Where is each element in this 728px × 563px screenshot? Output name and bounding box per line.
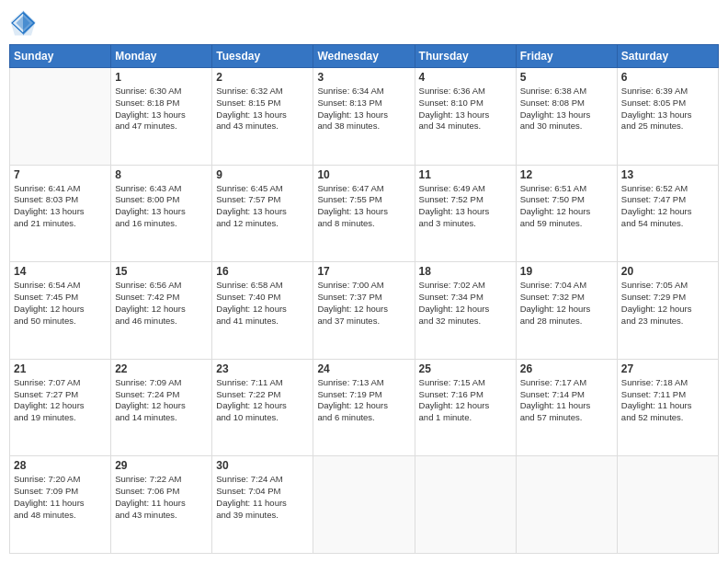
day-info: Sunrise: 6:49 AM Sunset: 7:52 PM Dayligh… [419, 183, 512, 230]
day-info: Sunrise: 7:02 AM Sunset: 7:34 PM Dayligh… [419, 280, 512, 327]
calendar-cell: 26Sunrise: 7:17 AM Sunset: 7:14 PM Dayli… [516, 359, 617, 456]
calendar-cell: 18Sunrise: 7:02 AM Sunset: 7:34 PM Dayli… [415, 262, 516, 360]
day-number: 26 [520, 362, 613, 375]
calendar-cell: 4Sunrise: 6:36 AM Sunset: 8:10 PM Daylig… [415, 68, 516, 166]
calendar-cell: 17Sunrise: 7:00 AM Sunset: 7:37 PM Dayli… [313, 262, 415, 360]
calendar-cell [313, 456, 415, 554]
week-row-1: 1Sunrise: 6:30 AM Sunset: 8:18 PM Daylig… [10, 68, 719, 166]
day-number: 24 [317, 362, 410, 375]
calendar-cell: 30Sunrise: 7:24 AM Sunset: 7:04 PM Dayli… [212, 456, 313, 554]
day-number: 3 [317, 71, 410, 84]
day-number: 23 [216, 362, 309, 375]
day-number: 13 [621, 168, 714, 181]
day-header-monday: Monday [111, 45, 212, 68]
day-header-saturday: Saturday [617, 45, 718, 68]
calendar-cell: 1Sunrise: 6:30 AM Sunset: 8:18 PM Daylig… [111, 68, 212, 166]
day-header-tuesday: Tuesday [212, 45, 313, 68]
calendar-cell: 12Sunrise: 6:51 AM Sunset: 7:50 PM Dayli… [516, 165, 617, 262]
calendar-cell: 20Sunrise: 7:05 AM Sunset: 7:29 PM Dayli… [617, 262, 718, 360]
day-info: Sunrise: 6:54 AM Sunset: 7:45 PM Dayligh… [14, 280, 107, 327]
day-info: Sunrise: 7:20 AM Sunset: 7:09 PM Dayligh… [14, 474, 107, 521]
calendar-cell: 11Sunrise: 6:49 AM Sunset: 7:52 PM Dayli… [415, 165, 516, 262]
day-info: Sunrise: 7:24 AM Sunset: 7:04 PM Dayligh… [216, 474, 309, 521]
calendar-cell: 3Sunrise: 6:34 AM Sunset: 8:13 PM Daylig… [313, 68, 415, 166]
day-info: Sunrise: 6:36 AM Sunset: 8:10 PM Dayligh… [419, 86, 512, 132]
calendar-cell: 25Sunrise: 7:15 AM Sunset: 7:16 PM Dayli… [415, 359, 516, 456]
day-number: 17 [317, 265, 410, 278]
day-header-wednesday: Wednesday [313, 45, 415, 68]
day-info: Sunrise: 7:18 AM Sunset: 7:11 PM Dayligh… [621, 377, 714, 424]
calendar-cell: 2Sunrise: 6:32 AM Sunset: 8:15 PM Daylig… [212, 68, 313, 166]
calendar-cell: 6Sunrise: 6:39 AM Sunset: 8:05 PM Daylig… [617, 68, 718, 166]
calendar-cell [516, 456, 617, 554]
week-row-3: 14Sunrise: 6:54 AM Sunset: 7:45 PM Dayli… [10, 262, 719, 360]
calendar-cell: 19Sunrise: 7:04 AM Sunset: 7:32 PM Dayli… [516, 262, 617, 360]
day-info: Sunrise: 6:30 AM Sunset: 8:18 PM Dayligh… [115, 86, 208, 132]
day-number: 25 [419, 362, 512, 375]
day-info: Sunrise: 7:05 AM Sunset: 7:29 PM Dayligh… [621, 280, 714, 327]
day-info: Sunrise: 6:47 AM Sunset: 7:55 PM Dayligh… [317, 183, 410, 230]
header [9, 9, 719, 37]
day-info: Sunrise: 7:22 AM Sunset: 7:06 PM Dayligh… [115, 474, 208, 521]
calendar-cell: 21Sunrise: 7:07 AM Sunset: 7:27 PM Dayli… [10, 359, 111, 456]
day-info: Sunrise: 6:52 AM Sunset: 7:47 PM Dayligh… [621, 183, 714, 230]
day-info: Sunrise: 6:39 AM Sunset: 8:05 PM Dayligh… [621, 86, 714, 132]
calendar-cell: 16Sunrise: 6:58 AM Sunset: 7:40 PM Dayli… [212, 262, 313, 360]
day-info: Sunrise: 7:15 AM Sunset: 7:16 PM Dayligh… [419, 377, 512, 424]
week-row-4: 21Sunrise: 7:07 AM Sunset: 7:27 PM Dayli… [10, 359, 719, 456]
day-number: 5 [520, 71, 613, 84]
day-number: 11 [419, 168, 512, 181]
day-info: Sunrise: 6:51 AM Sunset: 7:50 PM Dayligh… [520, 183, 613, 230]
day-number: 29 [115, 459, 208, 472]
calendar-cell: 10Sunrise: 6:47 AM Sunset: 7:55 PM Dayli… [313, 165, 415, 262]
calendar-cell: 8Sunrise: 6:43 AM Sunset: 8:00 PM Daylig… [111, 165, 212, 262]
day-number: 19 [520, 265, 613, 278]
calendar-cell: 23Sunrise: 7:11 AM Sunset: 7:22 PM Dayli… [212, 359, 313, 456]
day-number: 9 [216, 168, 309, 181]
calendar-table: SundayMondayTuesdayWednesdayThursdayFrid… [9, 44, 719, 554]
day-number: 20 [621, 265, 714, 278]
day-number: 6 [621, 71, 714, 84]
calendar-cell: 13Sunrise: 6:52 AM Sunset: 7:47 PM Dayli… [617, 165, 718, 262]
day-number: 18 [419, 265, 512, 278]
day-info: Sunrise: 6:45 AM Sunset: 7:57 PM Dayligh… [216, 183, 309, 230]
day-number: 1 [115, 71, 208, 84]
day-info: Sunrise: 6:38 AM Sunset: 8:08 PM Dayligh… [520, 86, 613, 132]
day-number: 30 [216, 459, 309, 472]
logo-icon [9, 9, 37, 37]
calendar-cell: 14Sunrise: 6:54 AM Sunset: 7:45 PM Dayli… [10, 262, 111, 360]
day-info: Sunrise: 6:56 AM Sunset: 7:42 PM Dayligh… [115, 280, 208, 327]
day-header-sunday: Sunday [10, 45, 111, 68]
day-info: Sunrise: 7:04 AM Sunset: 7:32 PM Dayligh… [520, 280, 613, 327]
calendar-cell [415, 456, 516, 554]
day-info: Sunrise: 6:32 AM Sunset: 8:15 PM Dayligh… [216, 86, 309, 132]
day-number: 4 [419, 71, 512, 84]
calendar-header-row: SundayMondayTuesdayWednesdayThursdayFrid… [10, 45, 719, 68]
day-header-thursday: Thursday [415, 45, 516, 68]
day-info: Sunrise: 7:17 AM Sunset: 7:14 PM Dayligh… [520, 377, 613, 424]
calendar-cell: 15Sunrise: 6:56 AM Sunset: 7:42 PM Dayli… [111, 262, 212, 360]
day-number: 12 [520, 168, 613, 181]
day-header-friday: Friday [516, 45, 617, 68]
day-info: Sunrise: 7:00 AM Sunset: 7:37 PM Dayligh… [317, 280, 410, 327]
day-info: Sunrise: 7:13 AM Sunset: 7:19 PM Dayligh… [317, 377, 410, 424]
day-number: 22 [115, 362, 208, 375]
week-row-2: 7Sunrise: 6:41 AM Sunset: 8:03 PM Daylig… [10, 165, 719, 262]
calendar-cell: 9Sunrise: 6:45 AM Sunset: 7:57 PM Daylig… [212, 165, 313, 262]
calendar-cell [10, 68, 111, 166]
day-info: Sunrise: 6:34 AM Sunset: 8:13 PM Dayligh… [317, 86, 410, 132]
day-info: Sunrise: 6:43 AM Sunset: 8:00 PM Dayligh… [115, 183, 208, 230]
logo [9, 9, 39, 37]
calendar-cell: 5Sunrise: 6:38 AM Sunset: 8:08 PM Daylig… [516, 68, 617, 166]
day-number: 27 [621, 362, 714, 375]
calendar-cell: 22Sunrise: 7:09 AM Sunset: 7:24 PM Dayli… [111, 359, 212, 456]
day-info: Sunrise: 7:07 AM Sunset: 7:27 PM Dayligh… [14, 377, 107, 424]
day-number: 8 [115, 168, 208, 181]
day-number: 10 [317, 168, 410, 181]
calendar-cell: 29Sunrise: 7:22 AM Sunset: 7:06 PM Dayli… [111, 456, 212, 554]
calendar-cell [617, 456, 718, 554]
calendar-cell: 24Sunrise: 7:13 AM Sunset: 7:19 PM Dayli… [313, 359, 415, 456]
calendar-cell: 27Sunrise: 7:18 AM Sunset: 7:11 PM Dayli… [617, 359, 718, 456]
day-number: 15 [115, 265, 208, 278]
week-row-5: 28Sunrise: 7:20 AM Sunset: 7:09 PM Dayli… [10, 456, 719, 554]
